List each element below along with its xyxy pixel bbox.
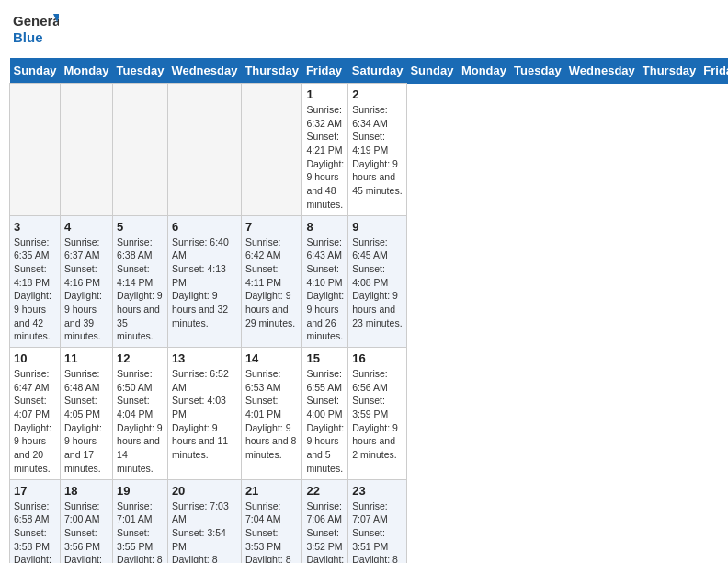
day-info: Sunrise: 6:47 AMSunset: 4:07 PMDaylight:… — [14, 367, 56, 476]
day-cell: 11Sunrise: 6:48 AMSunset: 4:05 PMDayligh… — [60, 348, 112, 480]
day-number: 3 — [14, 220, 56, 234]
col-header-wednesday: Wednesday — [565, 58, 639, 84]
col-header-friday: Friday — [700, 58, 728, 84]
day-cell: 2Sunrise: 6:34 AMSunset: 4:19 PMDaylight… — [348, 84, 407, 216]
day-number: 16 — [352, 351, 403, 365]
col-header-monday: Monday — [458, 58, 510, 84]
day-info: Sunrise: 6:58 AMSunset: 3:58 PMDaylight:… — [14, 500, 56, 564]
day-cell: 7Sunrise: 6:42 AMSunset: 4:11 PMDaylight… — [241, 215, 302, 348]
day-number: 5 — [117, 220, 164, 234]
day-info: Sunrise: 7:04 AMSunset: 3:53 PMDaylight:… — [245, 500, 299, 564]
day-cell: 13Sunrise: 6:52 AMSunset: 4:03 PMDayligh… — [167, 348, 241, 480]
day-info: Sunrise: 6:35 AMSunset: 4:18 PMDaylight:… — [14, 236, 56, 344]
day-info: Sunrise: 7:00 AMSunset: 3:56 PMDaylight:… — [64, 500, 108, 564]
day-number: 11 — [64, 351, 108, 365]
day-number: 1 — [306, 87, 344, 101]
day-number: 10 — [14, 351, 56, 365]
day-number: 18 — [64, 484, 108, 498]
week-row-4: 17Sunrise: 6:58 AMSunset: 3:58 PMDayligh… — [10, 479, 729, 563]
day-info: Sunrise: 6:50 AMSunset: 4:04 PMDaylight:… — [117, 367, 164, 476]
day-info: Sunrise: 6:52 AMSunset: 4:03 PMDaylight:… — [172, 367, 237, 462]
col-header-thursday: Thursday — [639, 58, 700, 84]
day-info: Sunrise: 6:38 AMSunset: 4:14 PMDaylight:… — [117, 236, 164, 344]
day-cell: 6Sunrise: 6:40 AMSunset: 4:13 PMDaylight… — [167, 215, 241, 348]
day-number: 9 — [352, 220, 403, 234]
day-number: 2 — [352, 87, 403, 101]
col-header-friday: Friday — [302, 58, 348, 84]
day-cell: 23Sunrise: 7:07 AMSunset: 3:51 PMDayligh… — [348, 479, 407, 563]
day-number: 6 — [172, 220, 237, 234]
col-header-sunday: Sunday — [10, 58, 61, 84]
day-cell — [60, 84, 112, 216]
day-info: Sunrise: 6:43 AMSunset: 4:10 PMDaylight:… — [306, 236, 344, 344]
day-info: Sunrise: 6:37 AMSunset: 4:16 PMDaylight:… — [64, 236, 108, 344]
page-header: General Blue — [9, 9, 719, 51]
day-cell: 12Sunrise: 6:50 AMSunset: 4:04 PMDayligh… — [113, 348, 168, 480]
day-cell: 15Sunrise: 6:55 AMSunset: 4:00 PMDayligh… — [302, 348, 348, 480]
day-info: Sunrise: 6:55 AMSunset: 4:00 PMDaylight:… — [306, 367, 344, 476]
logo: General Blue — [13, 9, 59, 51]
day-info: Sunrise: 7:07 AMSunset: 3:51 PMDaylight:… — [352, 500, 403, 564]
day-info: Sunrise: 6:56 AMSunset: 3:59 PMDaylight:… — [352, 367, 403, 462]
day-cell: 10Sunrise: 6:47 AMSunset: 4:07 PMDayligh… — [10, 348, 61, 480]
day-info: Sunrise: 6:45 AMSunset: 4:08 PMDaylight:… — [352, 236, 403, 330]
day-cell: 22Sunrise: 7:06 AMSunset: 3:52 PMDayligh… — [302, 479, 348, 563]
day-number: 21 — [245, 484, 299, 498]
col-header-wednesday: Wednesday — [167, 58, 241, 84]
col-header-monday: Monday — [60, 58, 112, 84]
day-cell: 5Sunrise: 6:38 AMSunset: 4:14 PMDaylight… — [113, 215, 168, 348]
day-number: 8 — [306, 220, 344, 234]
calendar-header-row: SundayMondayTuesdayWednesdayThursdayFrid… — [10, 58, 729, 84]
day-info: Sunrise: 6:34 AMSunset: 4:19 PMDaylight:… — [352, 103, 403, 198]
day-cell: 14Sunrise: 6:53 AMSunset: 4:01 PMDayligh… — [241, 348, 302, 480]
day-cell — [241, 84, 302, 216]
day-cell: 19Sunrise: 7:01 AMSunset: 3:55 PMDayligh… — [113, 479, 168, 563]
col-header-saturday: Saturday — [348, 58, 407, 84]
day-cell — [167, 84, 241, 216]
day-cell: 3Sunrise: 6:35 AMSunset: 4:18 PMDaylight… — [10, 215, 61, 348]
day-number: 15 — [306, 351, 344, 365]
svg-text:Blue: Blue — [13, 29, 43, 45]
day-number: 13 — [172, 351, 237, 365]
day-info: Sunrise: 7:03 AMSunset: 3:54 PMDaylight:… — [172, 500, 237, 564]
logo-svg: General Blue — [13, 9, 59, 51]
day-number: 23 — [352, 484, 403, 498]
day-info: Sunrise: 7:06 AMSunset: 3:52 PMDaylight:… — [306, 500, 344, 564]
day-number: 14 — [245, 351, 299, 365]
calendar-table: SundayMondayTuesdayWednesdayThursdayFrid… — [9, 58, 728, 563]
svg-text:General: General — [13, 13, 59, 29]
day-info: Sunrise: 6:48 AMSunset: 4:05 PMDaylight:… — [64, 367, 108, 476]
col-header-thursday: Thursday — [241, 58, 302, 84]
col-header-tuesday: Tuesday — [113, 58, 168, 84]
day-info: Sunrise: 6:32 AMSunset: 4:21 PMDaylight:… — [306, 103, 344, 212]
day-info: Sunrise: 6:40 AMSunset: 4:13 PMDaylight:… — [172, 236, 237, 330]
day-cell: 18Sunrise: 7:00 AMSunset: 3:56 PMDayligh… — [60, 479, 112, 563]
day-cell: 1Sunrise: 6:32 AMSunset: 4:21 PMDaylight… — [302, 84, 348, 216]
week-row-2: 3Sunrise: 6:35 AMSunset: 4:18 PMDaylight… — [10, 215, 729, 348]
day-cell: 17Sunrise: 6:58 AMSunset: 3:58 PMDayligh… — [10, 479, 61, 563]
day-info: Sunrise: 6:42 AMSunset: 4:11 PMDaylight:… — [245, 236, 299, 330]
day-info: Sunrise: 7:01 AMSunset: 3:55 PMDaylight:… — [117, 500, 164, 564]
day-cell: 8Sunrise: 6:43 AMSunset: 4:10 PMDaylight… — [302, 215, 348, 348]
day-number: 4 — [64, 220, 108, 234]
week-row-1: 1Sunrise: 6:32 AMSunset: 4:21 PMDaylight… — [10, 84, 729, 216]
col-header-tuesday: Tuesday — [510, 58, 565, 84]
day-info: Sunrise: 6:53 AMSunset: 4:01 PMDaylight:… — [245, 367, 299, 462]
day-number: 17 — [14, 484, 56, 498]
day-cell: 4Sunrise: 6:37 AMSunset: 4:16 PMDaylight… — [60, 215, 112, 348]
day-number: 19 — [117, 484, 164, 498]
day-cell: 21Sunrise: 7:04 AMSunset: 3:53 PMDayligh… — [241, 479, 302, 563]
col-header-sunday: Sunday — [406, 58, 457, 84]
day-number: 20 — [172, 484, 237, 498]
day-cell: 20Sunrise: 7:03 AMSunset: 3:54 PMDayligh… — [167, 479, 241, 563]
day-cell — [10, 84, 61, 216]
week-row-3: 10Sunrise: 6:47 AMSunset: 4:07 PMDayligh… — [10, 348, 729, 480]
day-cell: 9Sunrise: 6:45 AMSunset: 4:08 PMDaylight… — [348, 215, 407, 348]
day-number: 22 — [306, 484, 344, 498]
day-number: 12 — [117, 351, 164, 365]
day-number: 7 — [245, 220, 299, 234]
day-cell: 16Sunrise: 6:56 AMSunset: 3:59 PMDayligh… — [348, 348, 407, 480]
day-cell — [113, 84, 168, 216]
